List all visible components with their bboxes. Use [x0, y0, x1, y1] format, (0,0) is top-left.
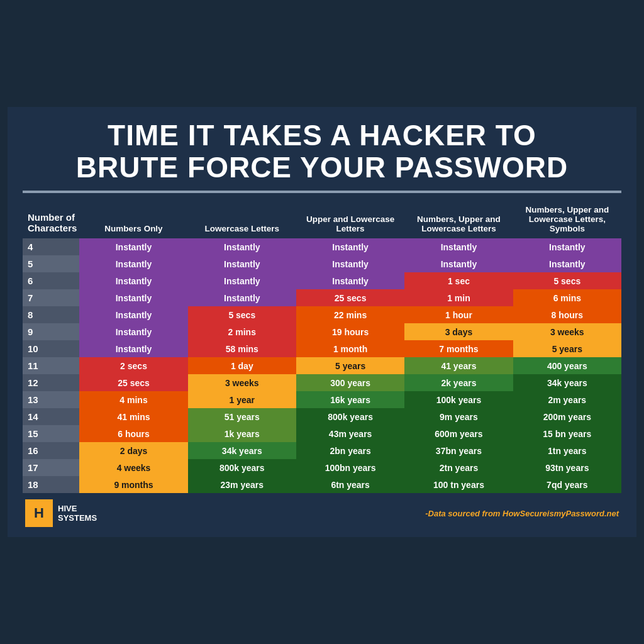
data-cell: Instantly — [188, 255, 296, 272]
data-cell: 2bn years — [296, 442, 404, 459]
char-cell: 14 — [23, 408, 79, 425]
col-header-all: Numbers, Upper and Lowercase Letters, Sy… — [513, 202, 621, 238]
data-cell: 9m years — [404, 408, 513, 425]
char-cell: 9 — [23, 323, 79, 340]
char-cell: 8 — [23, 306, 79, 323]
data-cell: 100bn years — [296, 459, 404, 476]
data-cell: 58 mins — [188, 340, 296, 357]
data-cell: Instantly — [79, 306, 187, 323]
table-body: 4InstantlyInstantlyInstantlyInstantlyIns… — [23, 238, 621, 493]
data-cell: Instantly — [79, 272, 187, 289]
col-header-num-upper-lower: Numbers, Upper and Lowercase Letters — [404, 202, 513, 238]
password-table: Number of Characters Numbers Only Lowerc… — [23, 202, 621, 493]
data-cell: 3 weeks — [188, 374, 296, 391]
table-row: 156 hours1k years43m years600m years15 b… — [23, 425, 621, 442]
col-header-chars: Number of Characters — [23, 202, 79, 238]
data-cell: 1 hour — [404, 306, 513, 323]
data-cell: 800k years — [188, 459, 296, 476]
data-cell: 93tn years — [513, 459, 621, 476]
data-cell: 34k years — [188, 442, 296, 459]
data-cell: 7 months — [404, 340, 513, 357]
data-cell: Instantly — [188, 289, 296, 306]
data-cell: 1 min — [404, 289, 513, 306]
data-cell: 51 years — [188, 408, 296, 425]
data-cell: 41 mins — [79, 408, 187, 425]
data-cell: 7qd years — [513, 476, 621, 493]
logo-text: HIVE SYSTEMS — [58, 504, 97, 523]
data-cell: 15 bn years — [513, 425, 621, 442]
data-cell: 22 mins — [296, 306, 404, 323]
data-cell: 5 years — [296, 357, 404, 374]
table-row: 7InstantlyInstantly25 secs1 min6 mins — [23, 289, 621, 306]
char-cell: 13 — [23, 391, 79, 408]
data-cell: Instantly — [188, 238, 296, 255]
table-row: 1225 secs3 weeks300 years2k years34k yea… — [23, 374, 621, 391]
table-row: 189 months23m years6tn years100 tn years… — [23, 476, 621, 493]
data-cell: 1k years — [188, 425, 296, 442]
data-cell: Instantly — [79, 238, 187, 255]
data-cell: 6 hours — [79, 425, 187, 442]
data-cell: 19 hours — [296, 323, 404, 340]
data-cell: Instantly — [296, 238, 404, 255]
data-cell: Instantly — [188, 272, 296, 289]
data-cell: 3 days — [404, 323, 513, 340]
data-cell: 5 secs — [513, 272, 621, 289]
data-cell: Instantly — [513, 255, 621, 272]
logo: H HIVE SYSTEMS — [25, 499, 97, 527]
char-cell: 7 — [23, 289, 79, 306]
data-cell: 400 years — [513, 357, 621, 374]
data-cell: 100k years — [404, 391, 513, 408]
data-cell: 2 days — [79, 442, 187, 459]
data-cell: 1 month — [296, 340, 404, 357]
table-row: 9Instantly2 mins19 hours3 days3 weeks — [23, 323, 621, 340]
data-cell: 5 years — [513, 340, 621, 357]
char-cell: 11 — [23, 357, 79, 374]
table-header: Number of Characters Numbers Only Lowerc… — [23, 202, 621, 238]
data-cell: 37bn years — [404, 442, 513, 459]
data-cell: 16k years — [296, 391, 404, 408]
char-cell: 6 — [23, 272, 79, 289]
data-cell: Instantly — [79, 340, 187, 357]
data-cell: 2 secs — [79, 357, 187, 374]
col-header-numbers: Numbers Only — [79, 202, 187, 238]
data-cell: 25 secs — [296, 289, 404, 306]
data-cell: 2 mins — [188, 323, 296, 340]
char-cell: 4 — [23, 238, 79, 255]
data-cell: 2m years — [513, 391, 621, 408]
main-container: TIME IT TAKES A HACKER TOBRUTE FORCE YOU… — [8, 107, 636, 537]
data-cell: 23m years — [188, 476, 296, 493]
table-row: 134 mins1 year16k years100k years2m year… — [23, 391, 621, 408]
data-cell: 200m years — [513, 408, 621, 425]
source-citation: -Data sourced from HowSecureismyPassword… — [425, 509, 619, 518]
data-cell: 43m years — [296, 425, 404, 442]
data-cell: Instantly — [79, 323, 187, 340]
data-cell: 3 weeks — [513, 323, 621, 340]
page-title: TIME IT TAKES A HACKER TOBRUTE FORCE YOU… — [23, 119, 621, 183]
logo-icon: H — [25, 499, 53, 527]
data-cell: 2tn years — [404, 459, 513, 476]
data-cell: 9 months — [79, 476, 187, 493]
table-row: 6InstantlyInstantlyInstantly1 sec5 secs — [23, 272, 621, 289]
data-cell: 1 year — [188, 391, 296, 408]
char-cell: 18 — [23, 476, 79, 493]
char-cell: 17 — [23, 459, 79, 476]
divider — [23, 191, 621, 193]
table-row: 1441 mins51 years800k years9m years200m … — [23, 408, 621, 425]
data-cell: Instantly — [79, 255, 187, 272]
data-cell: 6tn years — [296, 476, 404, 493]
char-cell: 15 — [23, 425, 79, 442]
table-row: 112 secs1 day5 years41 years400 years — [23, 357, 621, 374]
table-row: 5InstantlyInstantlyInstantlyInstantlyIns… — [23, 255, 621, 272]
char-cell: 10 — [23, 340, 79, 357]
data-cell: 8 hours — [513, 306, 621, 323]
data-cell: Instantly — [296, 255, 404, 272]
data-cell: 800k years — [296, 408, 404, 425]
data-cell: 4 weeks — [79, 459, 187, 476]
data-cell: 1 sec — [404, 272, 513, 289]
data-cell: Instantly — [296, 272, 404, 289]
data-cell: Instantly — [404, 238, 513, 255]
data-cell: 4 mins — [79, 391, 187, 408]
footer: H HIVE SYSTEMS -Data sourced from HowSec… — [23, 499, 621, 527]
data-cell: 600m years — [404, 425, 513, 442]
table-row: 162 days34k years2bn years37bn years1tn … — [23, 442, 621, 459]
